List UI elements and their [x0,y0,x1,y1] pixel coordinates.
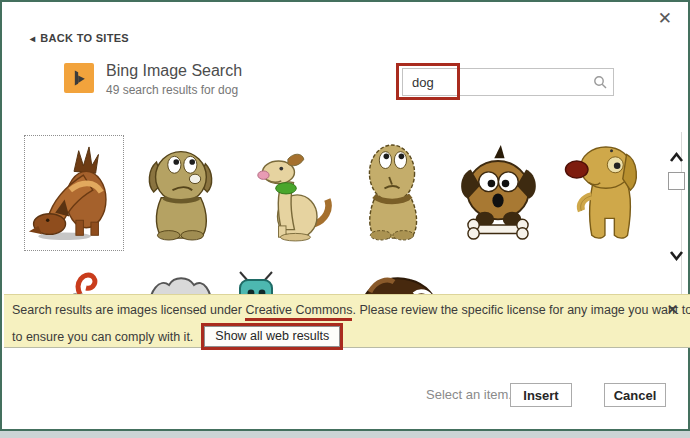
result-image-6[interactable] [554,135,654,251]
cancel-button[interactable]: Cancel [604,383,666,407]
license-notification-bar: Search results are images licensed under… [4,294,690,348]
license-text-part3: to ensure you can comply with it. [12,330,193,344]
result-image-2[interactable] [130,135,230,251]
selection-status-text: Select an item. [426,387,512,402]
notification-close-icon[interactable]: ✕ [667,302,678,317]
result-image-4[interactable] [342,135,442,251]
license-text-part2: . Please review the specific license for… [352,303,690,317]
result-image-8[interactable] [146,270,214,295]
insert-button[interactable]: Insert [510,383,572,407]
red-annotation-show-results: Show all web results [201,323,343,350]
result-image-1[interactable] [24,135,124,251]
results-summary: 49 search results for dog [106,83,238,97]
license-text-part1: Search results are images licensed under [12,303,245,317]
license-text-line2: to ensure you can comply with it. Show a… [12,323,660,350]
image-results-grid [24,135,664,253]
bing-logo-icon [64,63,94,93]
page-title: Bing Image Search [106,62,242,80]
chevron-up-icon[interactable] [669,151,684,164]
result-image-5[interactable] [448,135,548,251]
search-input[interactable] [412,75,593,90]
license-text-line1: Search results are images licensed under… [12,300,660,320]
scrollbar-thumb[interactable] [668,172,685,190]
result-image-9[interactable] [232,270,280,295]
search-icon[interactable] [593,75,607,89]
back-arrow-icon: ◂ [30,33,35,44]
back-to-sites-link[interactable]: ◂ BACK TO SITES [30,32,129,44]
result-image-3[interactable] [236,135,336,251]
partial-results-row [24,268,664,295]
close-icon[interactable]: ✕ [658,10,672,27]
chevron-down-icon[interactable] [669,249,684,262]
insert-pictures-dialog: ✕ ◂ BACK TO SITES Bing Image Search 49 s… [0,0,690,431]
result-image-7[interactable] [56,270,102,295]
creative-commons-link[interactable]: Creative Commons [245,303,352,321]
result-image-10[interactable] [358,270,440,295]
back-link-label: BACK TO SITES [40,32,129,44]
show-all-web-results-button[interactable]: Show all web results [204,326,340,347]
search-box [402,68,614,96]
